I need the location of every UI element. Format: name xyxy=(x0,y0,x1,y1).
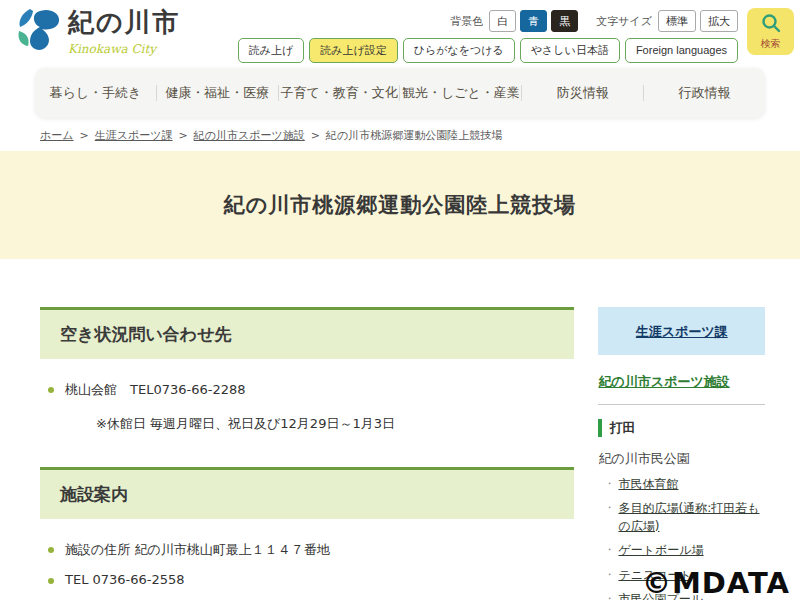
site-header: 紀の川市 Kinokawa City 背景色 白 青 黒 文字サイズ 標準 拡大… xyxy=(0,0,800,64)
content-area: 空き状況問い合わせ先 桃山会館 TEL0736-66-2288 ※休館日 毎週月… xyxy=(0,259,800,600)
hiragana-button[interactable]: ひらがなをつける xyxy=(403,38,515,62)
breadcrumb-home-link[interactable]: ホーム xyxy=(40,128,74,143)
breadcrumb-sports-section-link[interactable]: 生涯スポーツ課 xyxy=(95,128,173,143)
facility-phone-item: TEL 0736-66-2558 xyxy=(48,572,574,587)
foreign-languages-button[interactable]: Foreign languages xyxy=(625,38,738,62)
background-color-label: 背景色 xyxy=(450,14,483,29)
multipurpose-ground-link[interactable]: 多目的広場(通称:打田若もの広場) xyxy=(618,501,759,532)
city-logo-icon xyxy=(16,7,60,59)
font-enlarge-button[interactable]: 拡大 xyxy=(700,10,738,32)
facility-guide-section: 施設案内 施設の住所 紀の川市桃山町最上１１４７番地 TEL 0736-66-2… xyxy=(40,467,574,600)
gateball-field-link[interactable]: ゲートボール場 xyxy=(618,543,703,557)
site-logo-link[interactable]: 紀の川市 Kinokawa City xyxy=(16,7,181,59)
site-title: 紀の川市 xyxy=(68,7,181,37)
bg-blue-button[interactable]: 青 xyxy=(520,10,547,32)
breadcrumb-separator: > xyxy=(311,129,320,142)
section-heading-facility-guide: 施設案内 xyxy=(40,467,574,519)
global-navigation: 暮らし・手続き 健康・福祉・医療 子育て・教育・文化 観光・しごと・産業 防災情… xyxy=(35,68,765,118)
availability-contact-section: 空き状況問い合わせ先 桃山会館 TEL0736-66-2288 ※休館日 毎週月… xyxy=(40,307,574,433)
breadcrumb: ホーム > 生涯スポーツ課 > 紀の川市スポーツ施設 > 紀の川市桃源郷運動公園… xyxy=(40,128,800,143)
search-button[interactable]: 検索 xyxy=(747,8,794,55)
facility-address-item: 施設の住所 紀の川市桃山町最上１１４７番地 xyxy=(48,541,574,559)
nav-item-childcare[interactable]: 子育て・教育・文化 xyxy=(279,84,400,102)
font-standard-button[interactable]: 標準 xyxy=(658,10,696,32)
department-link[interactable]: 生涯スポーツ課 xyxy=(636,324,728,339)
sidebar: 生涯スポーツ課 紀の川市スポーツ施設 打田 紀の川市民公園 市民体育館 多目的広… xyxy=(598,307,765,600)
contact-phone-item: 桃山会館 TEL0736-66-2288 xyxy=(48,381,574,399)
easy-japanese-button[interactable]: やさしい日本語 xyxy=(520,38,620,62)
list-item: ゲートボール場 xyxy=(604,542,765,559)
nav-item-tourism[interactable]: 観光・しごと・産業 xyxy=(400,84,521,102)
department-box: 生涯スポーツ課 xyxy=(598,307,765,355)
breadcrumb-separator: > xyxy=(80,129,89,142)
gymnasium-link[interactable]: 市民体育館 xyxy=(618,477,678,491)
page-title: 紀の川市桃源郷運動公園陸上競技場 xyxy=(224,191,577,219)
site-title-english: Kinokawa City xyxy=(68,42,156,56)
mdata-watermark: ©MDATA xyxy=(642,566,790,600)
closed-days-note: ※休館日 毎週月曜日、祝日及び12月29日～1月3日 xyxy=(96,415,574,433)
main-column: 空き状況問い合わせ先 桃山会館 TEL0736-66-2288 ※休館日 毎週月… xyxy=(40,307,574,600)
park-group-label: 紀の川市民公園 xyxy=(598,450,765,468)
search-icon xyxy=(761,13,781,36)
sports-facilities-link[interactable]: 紀の川市スポーツ施設 xyxy=(598,373,729,391)
region-label-uchita: 打田 xyxy=(598,419,765,437)
page-title-banner: 紀の川市桃源郷運動公園陸上競技場 xyxy=(0,151,800,259)
nav-item-living[interactable]: 暮らし・手続き xyxy=(35,84,156,102)
sidebar-divider xyxy=(598,404,765,405)
accessibility-controls: 背景色 白 青 黒 文字サイズ 標準 拡大 読み上げ 読み上げ設定 ひらがなをつ… xyxy=(238,10,738,63)
list-item: 多目的広場(通称:打田若もの広場) xyxy=(604,500,765,535)
search-button-label: 検索 xyxy=(761,37,781,51)
nav-item-administration[interactable]: 行政情報 xyxy=(644,84,765,102)
breadcrumb-current-page: 紀の川市桃源郷運動公園陸上競技場 xyxy=(326,128,502,143)
read-aloud-settings-button[interactable]: 読み上げ設定 xyxy=(309,38,398,62)
list-item: 市民体育館 xyxy=(604,476,765,493)
section-heading-availability: 空き状況問い合わせ先 xyxy=(40,307,574,359)
breadcrumb-separator: > xyxy=(179,129,188,142)
breadcrumb-facilities-link[interactable]: 紀の川市スポーツ施設 xyxy=(194,128,305,143)
font-size-label: 文字サイズ xyxy=(596,14,652,29)
nav-item-health[interactable]: 健康・福祉・医療 xyxy=(157,84,278,102)
bg-black-button[interactable]: 黒 xyxy=(551,10,578,32)
bg-white-button[interactable]: 白 xyxy=(489,10,516,32)
nav-item-disaster[interactable]: 防災情報 xyxy=(522,84,643,102)
read-aloud-button[interactable]: 読み上げ xyxy=(238,38,305,62)
